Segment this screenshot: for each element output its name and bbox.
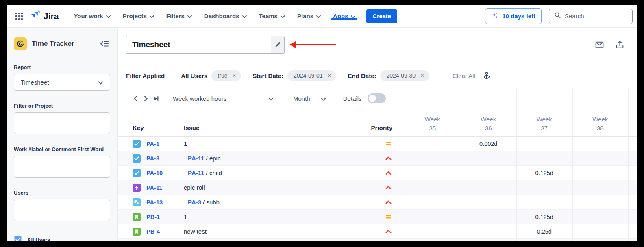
nav-item-your-work[interactable]: Your work bbox=[67, 13, 116, 20]
trial-days-left-button[interactable]: 10 days left bbox=[485, 8, 542, 24]
table-body: PA-110.002dPA-3PA-11/ epicPA-10PA-11/ ch… bbox=[118, 136, 637, 241]
remove-filter-icon[interactable]: × bbox=[232, 72, 236, 78]
remove-filter-icon[interactable]: × bbox=[420, 72, 424, 78]
priority-high-icon bbox=[360, 154, 405, 162]
filter-applied-bar: Filter Applied All Userstrue×Start Date:… bbox=[118, 68, 637, 83]
priority-medium-icon bbox=[360, 213, 405, 221]
app-switcher-icon[interactable] bbox=[14, 11, 24, 22]
jira-logo[interactable]: Jira bbox=[30, 10, 59, 22]
details-toggle[interactable] bbox=[368, 93, 386, 103]
all-users-checkbox[interactable] bbox=[14, 236, 22, 241]
anchor-icon[interactable] bbox=[483, 72, 491, 80]
column-header-week-37[interactable]: Week37 bbox=[516, 115, 572, 136]
issue-summary-text: / subb bbox=[203, 199, 220, 206]
report-select[interactable]: Timesheet bbox=[14, 74, 110, 91]
issue-summary-text: / epic bbox=[206, 155, 221, 162]
issue-type-task-icon bbox=[133, 140, 146, 148]
chevron-down-icon bbox=[351, 13, 355, 20]
create-button[interactable]: Create bbox=[366, 9, 397, 23]
issue-parent-link[interactable]: PA-11 bbox=[188, 169, 205, 176]
issue-key-cell: PA-10 bbox=[146, 169, 184, 176]
latest-period-icon[interactable] bbox=[150, 94, 162, 103]
issue-key-cell: PA-1 bbox=[146, 140, 184, 147]
issue-parent-link[interactable]: PA-3 bbox=[188, 199, 201, 206]
priority-high-icon bbox=[360, 169, 405, 177]
column-header-key[interactable]: Key bbox=[133, 124, 184, 136]
filter-name-label: All Users bbox=[181, 72, 207, 79]
issue-key-link[interactable]: PB-4 bbox=[146, 228, 160, 235]
issue-summary-cell: PA-11/ epic bbox=[184, 155, 360, 162]
issue-summary-cell: PA-3/ subb bbox=[184, 199, 360, 206]
chevron-down-icon bbox=[242, 13, 247, 20]
view-mode-select[interactable]: Week worked hours bbox=[173, 95, 274, 102]
nav-item-teams[interactable]: Teams bbox=[253, 13, 291, 20]
week-number: 37 bbox=[516, 124, 572, 133]
column-header-week-38[interactable]: Week38 bbox=[572, 115, 629, 136]
issue-summary-text: epic roll bbox=[184, 184, 205, 191]
table-row: PA-10PA-11/ child0.125d bbox=[118, 166, 637, 180]
report-title-input[interactable]: Timesheet bbox=[126, 36, 271, 53]
issue-key-link[interactable]: PA-1 bbox=[146, 141, 159, 147]
week-number: 35 bbox=[405, 124, 461, 133]
work-label-input[interactable] bbox=[14, 156, 110, 178]
issue-key-link[interactable]: PA-11 bbox=[146, 184, 162, 191]
issue-key-cell: PA-13 bbox=[146, 199, 184, 206]
nav-item-label: Plans bbox=[297, 13, 313, 20]
timesheet-table: KeyIssuePriorityWeek35Week36Week37Week38… bbox=[118, 108, 637, 241]
nav-item-projects[interactable]: Projects bbox=[117, 13, 160, 20]
app-window: Jira Your workProjectsFiltersDashboardsT… bbox=[7, 5, 637, 241]
priority-high-icon bbox=[360, 198, 405, 206]
all-users-checkbox-label: All Users bbox=[27, 237, 50, 242]
column-header-priority[interactable]: Priority bbox=[360, 124, 405, 136]
filter-value: true bbox=[218, 72, 227, 79]
email-report-icon[interactable] bbox=[595, 40, 604, 50]
issue-summary-cell: PA-11/ child bbox=[184, 169, 360, 176]
priority-high-icon bbox=[360, 184, 405, 191]
filter-or-project-input[interactable] bbox=[14, 112, 110, 134]
export-icon[interactable] bbox=[615, 40, 624, 50]
issue-key-link[interactable]: PA-10 bbox=[146, 170, 163, 176]
details-toggle-knob bbox=[369, 95, 376, 102]
issue-summary-text: new test bbox=[184, 228, 207, 235]
time-tracker-app-icon bbox=[14, 37, 27, 50]
column-header-week-36[interactable]: Week36 bbox=[461, 115, 517, 136]
issue-key-link[interactable]: PA-3 bbox=[146, 155, 159, 162]
remove-filter-icon[interactable]: × bbox=[328, 72, 331, 78]
nav-item-plans[interactable]: Plans bbox=[291, 13, 327, 20]
nav-item-label: Projects bbox=[123, 13, 147, 20]
search-box[interactable] bbox=[549, 9, 633, 24]
issue-key-cell: PB-4 bbox=[146, 228, 184, 235]
search-input[interactable] bbox=[565, 13, 627, 20]
nav-item-dashboards[interactable]: Dashboards bbox=[198, 13, 253, 20]
sidebar-app-title: Time Tracker bbox=[32, 40, 74, 48]
period-value: Month bbox=[293, 95, 310, 102]
prev-period-icon[interactable] bbox=[130, 94, 141, 103]
issue-summary-cell: new test bbox=[184, 228, 360, 235]
issue-parent-link[interactable]: PA-11 bbox=[188, 155, 205, 162]
issue-key-link[interactable]: PA-13 bbox=[146, 199, 163, 206]
clear-all-button[interactable]: Clear All bbox=[453, 72, 475, 79]
column-header-issue[interactable]: Issue bbox=[184, 124, 360, 136]
nav-item-apps[interactable]: Apps bbox=[327, 13, 362, 20]
priority-high-icon bbox=[360, 228, 405, 235]
worked-hours-cell-week-37: 0.125d bbox=[516, 214, 572, 220]
report-actions bbox=[595, 40, 624, 50]
chevron-down-icon bbox=[150, 13, 154, 20]
issue-summary-text: 1 bbox=[184, 140, 187, 147]
users-input[interactable] bbox=[14, 199, 110, 221]
worked-hours-cell-week-36: 0.002d bbox=[461, 141, 517, 147]
nav-item-label: Teams bbox=[259, 13, 278, 20]
table-row: PA-13PA-3/ subb bbox=[118, 195, 637, 210]
table-header-row: KeyIssuePriorityWeek35Week36Week37Week38 bbox=[118, 108, 637, 136]
jira-logo-text: Jira bbox=[44, 11, 59, 21]
edit-title-button[interactable] bbox=[271, 36, 284, 53]
report-label: Report bbox=[14, 64, 110, 70]
column-header-week-35[interactable]: Week35 bbox=[405, 115, 461, 136]
content-area: Time Tracker Report Timesheet Filter or … bbox=[7, 28, 637, 241]
period-select[interactable]: Month bbox=[293, 95, 326, 102]
collapse-sidebar-icon[interactable] bbox=[99, 39, 110, 49]
issue-key-link[interactable]: PB-1 bbox=[146, 214, 160, 220]
chevron-down-icon bbox=[316, 13, 321, 20]
nav-item-filters[interactable]: Filters bbox=[160, 13, 198, 20]
issue-type-task-icon bbox=[133, 169, 146, 177]
